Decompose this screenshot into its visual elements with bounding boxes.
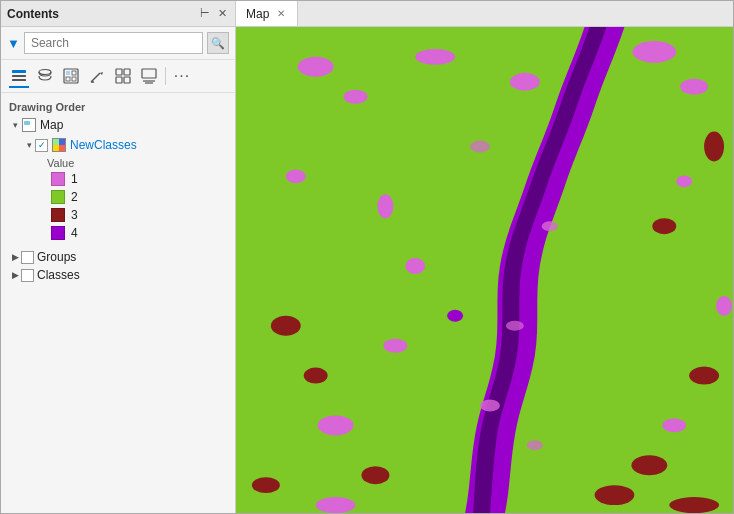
- svg-point-29: [716, 296, 732, 316]
- legend-item-1: 1: [1, 170, 235, 188]
- legend-item-3: 3: [1, 206, 235, 224]
- legend-swatch-1: [51, 172, 65, 186]
- tree-item-newclasses[interactable]: ▾ ✓ NewClasses: [1, 135, 235, 155]
- drawing-order-label: Drawing Order: [1, 97, 235, 115]
- svg-point-44: [316, 497, 356, 513]
- svg-point-45: [252, 477, 280, 493]
- toolbar-divider: [165, 67, 166, 85]
- svg-rect-13: [124, 69, 130, 75]
- classes-checkbox[interactable]: [21, 269, 34, 282]
- groups-checkbox[interactable]: [21, 251, 34, 264]
- svg-point-50: [506, 321, 524, 331]
- contents-title: Contents: [7, 7, 59, 21]
- svg-point-34: [669, 497, 719, 513]
- classes-expand-arrow[interactable]: ▶: [9, 270, 21, 280]
- snippet-button[interactable]: [137, 64, 161, 88]
- svg-rect-14: [116, 77, 122, 83]
- svg-point-30: [689, 367, 719, 385]
- svg-point-48: [470, 141, 490, 153]
- svg-point-39: [286, 169, 306, 183]
- newclasses-checkbox[interactable]: ✓: [35, 139, 48, 152]
- pin-icon[interactable]: ⊢: [198, 7, 212, 20]
- svg-rect-16: [142, 69, 156, 78]
- tree-item-groups[interactable]: ▶ Groups: [1, 248, 235, 266]
- toolbar-row: ···: [1, 60, 235, 93]
- map-tab[interactable]: Map ✕: [236, 1, 298, 26]
- legend-item-4: 4: [1, 224, 235, 242]
- svg-point-51: [480, 399, 500, 411]
- svg-line-9: [91, 73, 100, 82]
- raster-icon: [51, 137, 67, 153]
- legend-label-2: 2: [71, 190, 78, 204]
- type-button[interactable]: [111, 64, 135, 88]
- map-svg: [236, 27, 733, 513]
- close-icon[interactable]: ✕: [216, 7, 229, 20]
- map-icon: [21, 117, 37, 133]
- svg-rect-1: [12, 75, 26, 77]
- svg-rect-12: [116, 69, 122, 75]
- app-container: Contents ⊢ ✕ ▼ 🔍: [0, 0, 734, 514]
- newclasses-expand-arrow[interactable]: ▾: [23, 140, 35, 150]
- svg-rect-5: [66, 71, 70, 75]
- svg-point-28: [652, 218, 676, 234]
- header-icons: ⊢ ✕: [198, 7, 229, 20]
- search-button[interactable]: 🔍: [207, 32, 229, 54]
- svg-point-32: [631, 455, 667, 475]
- legend-item-2: 2: [1, 188, 235, 206]
- map-label: Map: [40, 118, 63, 132]
- svg-point-49: [542, 221, 558, 231]
- more-options-button[interactable]: ···: [170, 64, 194, 88]
- editing-button[interactable]: [85, 64, 109, 88]
- data-source-button[interactable]: [33, 64, 57, 88]
- svg-rect-0: [12, 70, 26, 73]
- svg-point-33: [595, 485, 635, 505]
- classes-label: Classes: [37, 268, 80, 282]
- filter-icon[interactable]: ▼: [7, 36, 20, 51]
- svg-rect-8: [72, 77, 76, 81]
- svg-point-38: [361, 466, 389, 484]
- svg-point-26: [704, 132, 724, 162]
- svg-point-46: [609, 112, 659, 142]
- map-viewport[interactable]: [236, 27, 733, 513]
- selection-button[interactable]: [59, 64, 83, 88]
- value-label: Value: [1, 155, 235, 170]
- svg-point-35: [271, 316, 301, 336]
- map-tab-close[interactable]: ✕: [275, 7, 287, 20]
- legend-swatch-2: [51, 190, 65, 204]
- svg-point-25: [680, 79, 708, 95]
- svg-point-31: [662, 418, 686, 432]
- svg-point-41: [405, 258, 425, 274]
- svg-rect-6: [72, 71, 76, 75]
- svg-point-22: [415, 49, 455, 65]
- contents-tree: Drawing Order ▾ Map ▾ ✓: [1, 93, 235, 513]
- map-panel: Map ✕: [236, 1, 733, 513]
- contents-panel: Contents ⊢ ✕ ▼ 🔍: [1, 1, 236, 513]
- svg-point-43: [383, 339, 407, 353]
- svg-point-37: [318, 415, 354, 435]
- legend-label-3: 3: [71, 208, 78, 222]
- svg-point-40: [377, 194, 393, 218]
- svg-point-24: [632, 41, 676, 63]
- svg-point-3: [39, 70, 51, 75]
- legend-label-4: 4: [71, 226, 78, 240]
- svg-rect-15: [124, 77, 130, 83]
- groups-label: Groups: [37, 250, 76, 264]
- drawing-order-button[interactable]: [7, 64, 31, 88]
- svg-point-36: [304, 368, 328, 384]
- svg-point-21: [344, 90, 368, 104]
- map-tab-label: Map: [246, 7, 269, 21]
- legend-swatch-3: [51, 208, 65, 222]
- tree-item-map[interactable]: ▾ Map: [1, 115, 235, 135]
- legend-swatch-4: [51, 226, 65, 240]
- map-expand-arrow[interactable]: ▾: [9, 120, 21, 130]
- search-input[interactable]: [24, 32, 203, 54]
- svg-rect-7: [66, 77, 70, 81]
- svg-point-20: [298, 57, 334, 77]
- svg-rect-2: [12, 79, 26, 81]
- svg-point-23: [510, 73, 540, 91]
- tree-item-classes[interactable]: ▶ Classes: [1, 266, 235, 284]
- newclasses-label: NewClasses: [70, 138, 137, 152]
- groups-expand-arrow[interactable]: ▶: [9, 252, 21, 262]
- svg-point-47: [266, 214, 306, 238]
- contents-header: Contents ⊢ ✕: [1, 1, 235, 27]
